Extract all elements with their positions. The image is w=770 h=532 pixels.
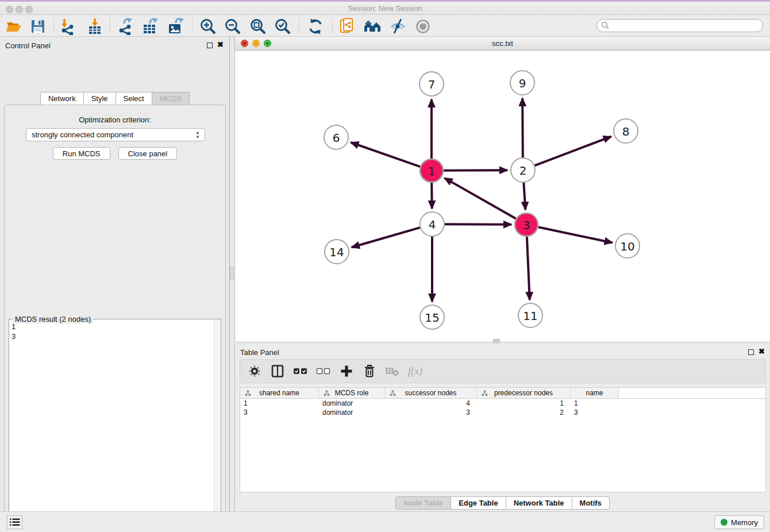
table-cell[interactable]: 1 <box>477 399 571 408</box>
export-image-icon[interactable] <box>166 17 184 36</box>
mcds-result-box: MCDS result (2 nodes) 13 <box>9 319 221 532</box>
tab-motifs[interactable]: Motifs <box>572 496 610 510</box>
table-panel: Table Panel ✖ <box>234 344 770 511</box>
graph-node-6[interactable]: 6 <box>324 125 348 149</box>
tab-node-table[interactable]: Node Table <box>395 496 451 510</box>
app-window: Session: New Session <box>0 0 770 532</box>
toolbar-separator <box>53 18 54 33</box>
table-cell[interactable]: 1 <box>240 399 319 408</box>
task-history-button[interactable] <box>7 515 22 529</box>
graph-node-14[interactable]: 14 <box>325 240 349 264</box>
criterion-select[interactable]: strongly connected component ▲▼ <box>26 128 205 141</box>
tab-network-table[interactable]: Network Table <box>506 496 572 510</box>
graph-node-9[interactable]: 9 <box>510 71 534 95</box>
zoom-fit-icon[interactable] <box>249 17 267 36</box>
delete-column-trash-icon[interactable] <box>362 364 377 379</box>
graph-node-1[interactable]: 1 <box>420 159 443 182</box>
float-table-panel-icon[interactable] <box>748 349 754 355</box>
table-cell[interactable]: 3 <box>571 408 619 417</box>
table-cell[interactable]: dominator <box>319 408 385 417</box>
column-header-shared-name[interactable]: shared name <box>240 388 319 398</box>
show-graphics-icon[interactable] <box>414 17 432 36</box>
column-header-name[interactable]: name <box>571 388 619 398</box>
svg-text:10: 10 <box>620 240 634 253</box>
select-stepper-icon: ▲▼ <box>194 130 201 140</box>
graph-edge-1-2[interactable] <box>444 170 507 171</box>
search-box[interactable] <box>596 19 763 32</box>
open-session-icon[interactable] <box>5 17 23 36</box>
hide-graphics-icon[interactable] <box>388 17 407 36</box>
graph-node-3[interactable]: 3 <box>515 213 538 236</box>
table-cell[interactable]: dominator <box>319 399 385 408</box>
splitter-grip[interactable] <box>230 267 234 279</box>
close-panel-icon[interactable]: ✖ <box>217 41 224 49</box>
graph-node-7[interactable]: 7 <box>419 72 444 96</box>
tab-network[interactable]: Network <box>40 92 84 105</box>
table-row[interactable]: 1dominator411 <box>240 399 765 408</box>
float-panel-icon[interactable] <box>207 43 213 48</box>
tab-select[interactable]: Select <box>116 92 152 105</box>
graph-edge-2-8[interactable] <box>535 137 611 166</box>
graph-edge-2-9[interactable] <box>522 98 523 157</box>
graph-edge-3-10[interactable] <box>538 227 613 242</box>
graph-node-10[interactable]: 10 <box>615 234 640 258</box>
graph-node-8[interactable]: 8 <box>614 119 638 143</box>
search-input[interactable] <box>610 21 763 31</box>
run-mcds-button[interactable]: Run MCDS <box>53 147 110 160</box>
mcds-result-scrollbar[interactable] <box>214 320 220 532</box>
toolbar-separator <box>332 18 333 33</box>
show-columns-icon[interactable] <box>270 364 285 379</box>
app-title: Session: New Session <box>0 4 770 13</box>
column-header-predecessor-nodes[interactable]: predecessor nodes <box>477 388 571 398</box>
graph-node-4[interactable]: 4 <box>420 212 444 236</box>
table-settings-gear-icon[interactable] <box>247 364 262 379</box>
first-neighbors-icon[interactable] <box>363 17 382 36</box>
graph-edge-4-14[interactable] <box>352 228 420 247</box>
zoom-out-icon[interactable] <box>224 17 242 36</box>
select-all-columns-icon[interactable] <box>293 364 308 379</box>
column-header-successor-nodes[interactable]: successor nodes <box>385 388 477 398</box>
node-table: shared nameMCDS rolesuccessor nodesprede… <box>240 387 766 492</box>
create-column-plus-icon[interactable] <box>339 364 354 379</box>
graph-node-11[interactable]: 11 <box>518 303 542 327</box>
import-network-icon[interactable] <box>59 17 77 36</box>
table-cell[interactable]: 1 <box>571 399 619 408</box>
tab-edge-table[interactable]: Edge Table <box>451 496 506 510</box>
zoom-in-icon[interactable] <box>199 17 217 36</box>
graph-edge-4-3[interactable] <box>445 224 511 225</box>
control-panel-title: Control Panel <box>5 41 51 50</box>
clone-network-icon[interactable] <box>338 17 357 36</box>
mcds-result-list[interactable]: 13 <box>11 322 213 532</box>
control-panel-header: Control Panel ✖ <box>0 37 229 54</box>
zoom-selected-icon[interactable] <box>274 17 292 36</box>
apply-layout-icon[interactable] <box>306 17 325 36</box>
graph-node-15[interactable]: 15 <box>420 305 444 329</box>
graph-edge-1-6[interactable] <box>351 142 420 167</box>
optimization-criterion-label: Optimization criterion: <box>5 115 225 124</box>
table-row[interactable]: 3dominator323 <box>240 408 765 417</box>
tab-mcds[interactable]: MCDS <box>152 92 190 105</box>
memory-button[interactable]: Memory <box>714 515 764 529</box>
close-table-panel-icon[interactable]: ✖ <box>759 348 765 356</box>
close-panel-button[interactable]: Close panel <box>118 147 178 160</box>
export-table-icon[interactable] <box>141 17 159 36</box>
export-network-icon[interactable] <box>116 17 134 36</box>
graph-edge-3-1[interactable] <box>445 178 516 219</box>
deselect-all-columns-icon[interactable] <box>316 364 331 379</box>
memory-label: Memory <box>731 518 758 527</box>
tab-style[interactable]: Style <box>84 92 116 105</box>
divider-grip[interactable] <box>493 339 500 343</box>
network-canvas[interactable]: 7968124314101511 <box>235 51 770 341</box>
table-cell[interactable]: 3 <box>240 408 319 417</box>
table-cell[interactable]: 2 <box>477 408 571 417</box>
save-session-icon[interactable] <box>29 17 47 36</box>
table-cell[interactable]: 3 <box>385 408 477 417</box>
panel-splitter[interactable] <box>230 37 234 511</box>
column-header-MCDS-role[interactable]: MCDS role <box>319 388 385 398</box>
graph-edge-3-11[interactable] <box>527 237 530 300</box>
svg-text:6: 6 <box>333 131 340 145</box>
graph-node-2[interactable]: 2 <box>511 158 535 182</box>
graph-edge-2-3[interactable] <box>523 183 525 210</box>
table-cell[interactable]: 4 <box>385 399 477 408</box>
import-table-icon[interactable] <box>86 17 104 36</box>
